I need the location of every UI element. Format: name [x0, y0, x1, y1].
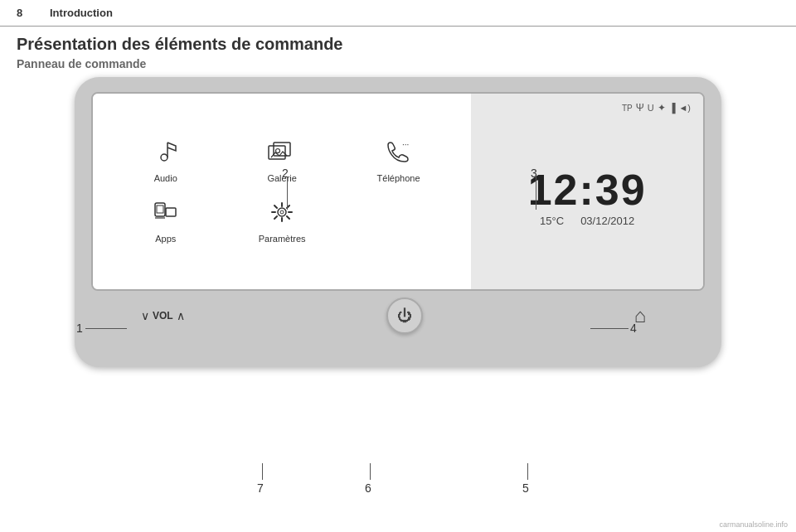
apps-icon — [152, 200, 180, 230]
status-battery: ▐ — [669, 103, 676, 113]
callout-7: 7 — [257, 481, 264, 495]
callout-7-line — [262, 463, 263, 480]
gallery-icon — [267, 139, 297, 170]
clock-date: 03/12/2012 — [580, 215, 634, 227]
vol-down-button[interactable]: ∨ — [141, 309, 149, 322]
callout-6: 6 — [365, 481, 371, 495]
status-bar: TP Ψ U ✦ ▐ ◄) — [483, 102, 691, 114]
power-icon: ⏻ — [397, 307, 412, 325]
svg-rect-6 — [157, 206, 163, 213]
menu-item-audio[interactable]: Audio — [109, 135, 221, 187]
menu-item-telephone[interactable]: ··· Téléphone — [342, 135, 454, 187]
menu-grid: Audio Galerie — [109, 135, 454, 248]
audio-label: Audio — [154, 173, 177, 183]
clock-temperature: 15°C — [540, 215, 564, 227]
vol-up-button[interactable]: ∧ — [177, 309, 185, 322]
telephone-label: Téléphone — [377, 173, 420, 183]
main-title: Présentation des éléments de commande — [0, 27, 796, 57]
volume-control: ∨ VOL ∧ — [141, 309, 185, 322]
clock-info: 15°C 03/12/2012 — [540, 215, 634, 227]
svg-point-3 — [276, 149, 280, 153]
phone-icon: ··· — [384, 139, 414, 170]
home-icon: ⌂ — [634, 304, 647, 327]
screen-right-panel: TP Ψ U ✦ ▐ ◄) 12:39 15°C 03/12/2012 — [471, 94, 703, 289]
page-header: 8 Introduction — [0, 0, 796, 27]
device-bottom-controls: ∨ VOL ∧ ⏻ ⌂ — [91, 291, 705, 334]
callout-5-line — [527, 463, 528, 480]
power-button[interactable]: ⏻ — [386, 297, 423, 334]
callout-5: 5 — [522, 481, 529, 495]
menu-item-apps[interactable]: Apps — [109, 196, 221, 248]
page-number: 8 — [17, 7, 33, 19]
clock-display: 12:39 15°C 03/12/2012 — [483, 114, 691, 281]
main-content: Audio Galerie — [0, 77, 796, 367]
clock-time: 12:39 — [528, 168, 647, 211]
menu-item-parametres[interactable]: Paramètres — [226, 196, 337, 248]
settings-icon — [269, 200, 295, 230]
parametres-label: Paramètres — [259, 234, 306, 244]
status-tp: TP — [622, 104, 633, 113]
sub-title: Panneau de commande — [0, 57, 796, 77]
home-button[interactable]: ⌂ — [625, 301, 655, 331]
vol-label: VOL — [153, 310, 173, 322]
svg-point-10 — [280, 210, 284, 214]
callout-6-line — [370, 463, 371, 480]
svg-rect-7 — [166, 208, 176, 216]
status-bluetooth: ✦ — [658, 102, 666, 114]
status-mic: U — [648, 103, 654, 113]
svg-point-9 — [278, 208, 286, 216]
galerie-label: Galerie — [267, 173, 296, 183]
audio-icon — [153, 139, 179, 170]
svg-text:···: ··· — [402, 140, 409, 149]
apps-label: Apps — [155, 234, 176, 244]
status-volume: ◄) — [678, 103, 691, 113]
screen: Audio Galerie — [91, 92, 705, 291]
menu-item-galerie[interactable]: Galerie — [226, 135, 337, 187]
header-title: Introduction — [50, 7, 113, 19]
watermark: carmanualsoline.info — [719, 520, 788, 529]
screen-left-panel: Audio Galerie — [93, 94, 471, 289]
status-signal: Ψ — [636, 102, 644, 114]
svg-point-0 — [161, 154, 167, 161]
device-shell: Audio Galerie — [75, 77, 721, 367]
